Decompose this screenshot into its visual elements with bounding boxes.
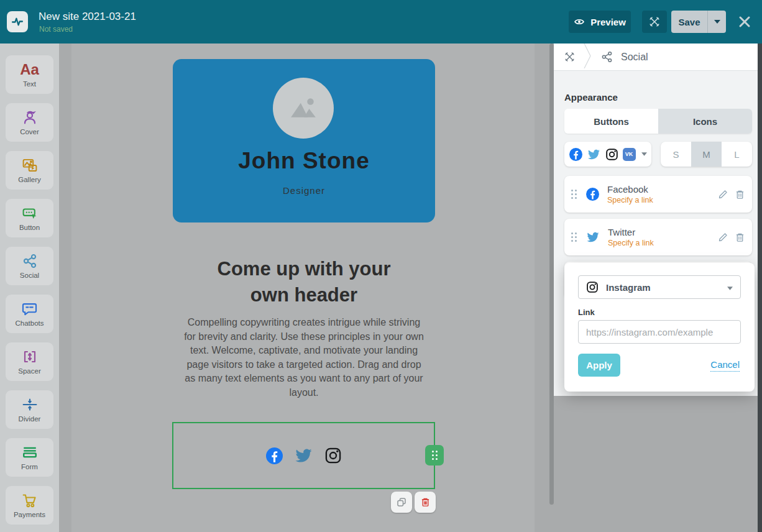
- button-icon: [22, 205, 38, 221]
- chevron-down-icon: [727, 282, 733, 293]
- canvas-heading[interactable]: Come up with your own header: [180, 256, 428, 308]
- size-s[interactable]: S: [661, 142, 691, 167]
- sidebar-item-label: Social: [20, 272, 39, 279]
- delete-widget-button[interactable]: [415, 492, 436, 513]
- twitter-icon: [587, 149, 601, 160]
- sidebar-item-spacer[interactable]: Spacer: [6, 342, 53, 381]
- eye-icon: [574, 17, 585, 26]
- share-icon: [22, 253, 37, 269]
- chevron-down-icon: [714, 20, 720, 24]
- divider-icon: [22, 397, 38, 413]
- app-logo-icon[interactable]: [7, 11, 28, 32]
- vk-icon: VK: [623, 148, 636, 161]
- instagram-icon[interactable]: [324, 447, 342, 464]
- tab-icons[interactable]: Icons: [658, 109, 752, 134]
- cancel-link[interactable]: Cancel: [710, 359, 740, 372]
- sidebar-item-button[interactable]: Button: [6, 199, 53, 237]
- cart-icon: [22, 492, 38, 508]
- save-status: Not saved: [39, 25, 73, 34]
- drag-dots-icon[interactable]: [571, 232, 577, 242]
- crossed-tools-icon: [649, 16, 660, 27]
- appearance-tabs: Buttons Icons: [564, 109, 752, 134]
- sidebar-item-chatbots[interactable]: Chatbots: [6, 295, 53, 333]
- save-options-caret[interactable]: [707, 11, 726, 33]
- sidebar-item-label: Gallery: [18, 176, 40, 183]
- preview-button[interactable]: Preview: [569, 11, 631, 33]
- preview-label: Preview: [590, 17, 626, 27]
- sidebar-item-payments[interactable]: Payments: [6, 486, 53, 525]
- link-input[interactable]: [578, 320, 741, 344]
- widget-drag-handle[interactable]: [425, 445, 444, 466]
- facebook-icon[interactable]: [266, 447, 283, 464]
- design-tools-icon[interactable]: [564, 52, 575, 62]
- form-icon: [22, 444, 38, 461]
- appearance-heading: Appearance: [564, 92, 618, 103]
- person-icon: [22, 109, 37, 126]
- specify-link[interactable]: Specify a link: [608, 239, 654, 247]
- heading-line: own header: [250, 284, 357, 306]
- icon-set-preview[interactable]: VK: [564, 142, 651, 167]
- size-l[interactable]: L: [722, 142, 752, 167]
- gallery-icon: [22, 157, 38, 173]
- window-scrollbar[interactable]: [758, 44, 762, 532]
- widget-sidebar: Aa Text Cover Gallery Button Social Chat…: [0, 44, 59, 532]
- link-label: Link: [578, 308, 595, 317]
- sidebar-item-label: Form: [21, 463, 38, 470]
- apply-button[interactable]: Apply: [578, 354, 620, 377]
- spacer-icon: [22, 349, 37, 365]
- site-title: New site 2021-03-21: [39, 11, 136, 23]
- selected-network: Instagram: [606, 282, 651, 293]
- trash-icon[interactable]: [735, 190, 745, 200]
- sidebar-item-label: Cover: [20, 128, 39, 135]
- sidebar-item-text[interactable]: Aa Text: [6, 55, 53, 94]
- facebook-icon: [586, 188, 599, 201]
- tab-buttons[interactable]: Buttons: [564, 109, 658, 134]
- canvas-scrollbar[interactable]: [549, 44, 554, 505]
- network-select[interactable]: Instagram: [578, 275, 741, 299]
- chevron-down-icon[interactable]: [641, 152, 647, 156]
- save-button[interactable]: Save: [671, 11, 707, 33]
- size-m[interactable]: M: [691, 142, 722, 167]
- sidebar-item-cover[interactable]: Cover: [6, 103, 53, 142]
- facebook-icon: [569, 148, 582, 161]
- edit-icon[interactable]: [718, 232, 728, 242]
- chat-bubble-icon: [22, 301, 37, 317]
- sidebar-item-form[interactable]: Form: [6, 438, 53, 477]
- sidebar-item-label: Spacer: [18, 367, 40, 375]
- breadcrumb-section: Social: [621, 52, 648, 63]
- edit-icon[interactable]: [718, 190, 728, 200]
- social-settings-panel: Social Appearance Buttons Icons VK S M L: [554, 44, 758, 396]
- cover-widget[interactable]: John Stone Designer: [173, 59, 435, 222]
- drag-dots-icon[interactable]: [571, 190, 577, 199]
- sidebar-item-label: Text: [23, 80, 36, 88]
- duplicate-widget-button[interactable]: [391, 492, 412, 513]
- top-bar: New site 2021-03-21 Not saved Preview Sa…: [0, 0, 762, 44]
- share-icon: [601, 51, 613, 63]
- network-row-twitter[interactable]: Twitter Specify a link: [564, 219, 752, 255]
- size-selector: S M L: [661, 142, 752, 167]
- avatar[interactable]: [273, 78, 334, 139]
- sidebar-item-gallery[interactable]: Gallery: [6, 151, 53, 190]
- trash-icon[interactable]: [735, 232, 745, 242]
- instagram-icon: [605, 148, 618, 161]
- close-editor-button[interactable]: [736, 13, 753, 30]
- social-widget-selected[interactable]: [172, 422, 435, 489]
- design-tools-button[interactable]: [642, 11, 667, 33]
- profile-name[interactable]: John Stone: [173, 148, 435, 174]
- network-row-facebook[interactable]: Facebook Specify a link: [564, 176, 752, 213]
- sidebar-item-social[interactable]: Social: [6, 247, 53, 285]
- sidebar-item-label: Button: [19, 224, 40, 231]
- save-label: Save: [678, 17, 700, 27]
- network-name: Facebook: [607, 184, 653, 195]
- breadcrumb-separator: [583, 44, 592, 71]
- link-editor-popup: Instagram Link Apply Cancel: [564, 263, 755, 392]
- specify-link[interactable]: Specify a link: [607, 196, 653, 204]
- sidebar-item-label: Chatbots: [15, 319, 44, 327]
- breadcrumb: Social: [554, 44, 758, 71]
- sidebar-item-divider[interactable]: Divider: [6, 390, 53, 429]
- text-icon: Aa: [20, 62, 39, 78]
- sidebar-item-label: Payments: [14, 511, 45, 518]
- canvas-paragraph[interactable]: Compelling copywriting creates intrigue …: [182, 316, 426, 400]
- twitter-icon[interactable]: [294, 447, 313, 464]
- profile-role[interactable]: Designer: [173, 185, 435, 196]
